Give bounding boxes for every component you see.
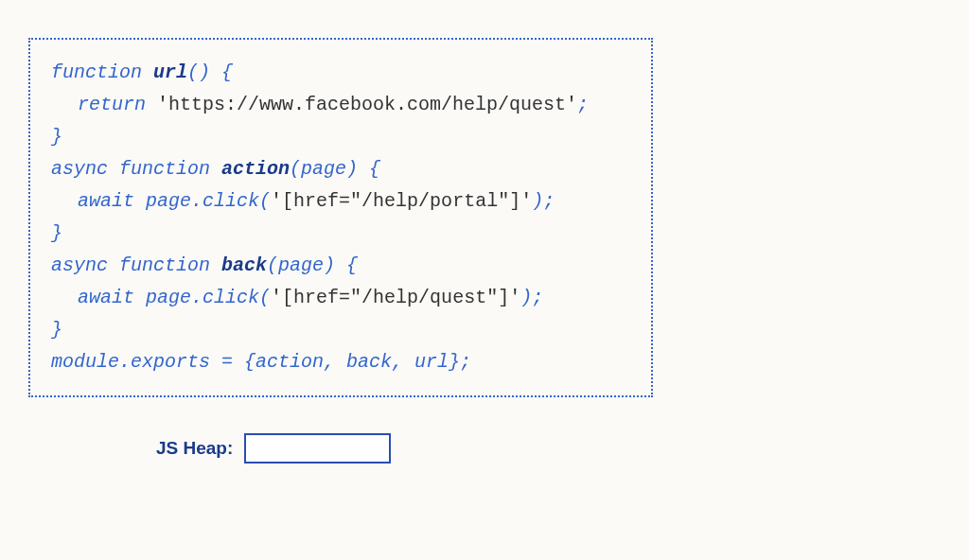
ident-page: page xyxy=(146,287,191,308)
method-click: click xyxy=(203,190,259,212)
equals: = xyxy=(210,351,244,373)
ident-page: page xyxy=(146,190,191,212)
code-line-5: await page.click('[href="/help/portal"]'… xyxy=(51,185,630,218)
code-text: (page) { xyxy=(267,254,358,276)
keyword-function: function xyxy=(51,61,142,83)
dot: . xyxy=(191,287,203,308)
dot: . xyxy=(191,190,203,212)
close-paren-semi: ); xyxy=(532,190,555,212)
code-line-3: } xyxy=(51,121,630,153)
exports-object: {action, back, url}; xyxy=(244,351,471,373)
open-paren: ( xyxy=(259,190,271,212)
code-line-8: await page.click('[href="/help/quest"]')… xyxy=(51,282,630,314)
dot: . xyxy=(119,351,131,373)
code-line-2: return 'https://www.facebook.com/help/qu… xyxy=(51,89,630,121)
code-line-6: } xyxy=(51,218,630,250)
code-snippet-box: function url() { return 'https://www.fac… xyxy=(28,38,653,397)
keyword-function: function xyxy=(119,158,210,180)
keyword-await: await xyxy=(78,287,134,308)
fn-name-action: action xyxy=(221,158,290,180)
fn-name-url: url xyxy=(153,61,187,83)
close-brace: } xyxy=(51,222,62,244)
heap-value-box xyxy=(244,433,391,464)
keyword-await: await xyxy=(78,190,134,212)
code-line-10: module.exports = {action, back, url}; xyxy=(51,346,630,378)
close-brace: } xyxy=(51,126,62,148)
code-line-7: async function back(page) { xyxy=(51,250,630,282)
code-line-9: } xyxy=(51,314,630,346)
method-click: click xyxy=(203,287,259,308)
string-literal: 'https://www.facebook.com/help/quest' xyxy=(157,94,577,115)
heap-label: JS Heap: xyxy=(156,438,233,459)
code-text: (page) { xyxy=(290,158,380,180)
keyword-return: return xyxy=(78,94,146,115)
heap-area: JS Heap: xyxy=(156,433,391,464)
ident-module: module xyxy=(51,351,119,373)
ident-exports: exports xyxy=(131,351,210,373)
code-line-4: async function action(page) { xyxy=(51,153,630,185)
keyword-async: async xyxy=(51,254,108,276)
open-paren: ( xyxy=(259,287,271,308)
code-text: () { xyxy=(187,61,233,83)
string-literal: '[href="/help/portal"]' xyxy=(271,190,532,212)
keyword-async: async xyxy=(51,158,108,180)
code-line-1: function url() { xyxy=(51,57,630,89)
string-literal: '[href="/help/quest"]' xyxy=(271,287,520,308)
close-brace: } xyxy=(51,319,62,341)
keyword-function: function xyxy=(119,254,210,276)
fn-name-back: back xyxy=(221,254,267,276)
semicolon: ; xyxy=(577,94,589,115)
close-paren-semi: ); xyxy=(520,287,543,308)
